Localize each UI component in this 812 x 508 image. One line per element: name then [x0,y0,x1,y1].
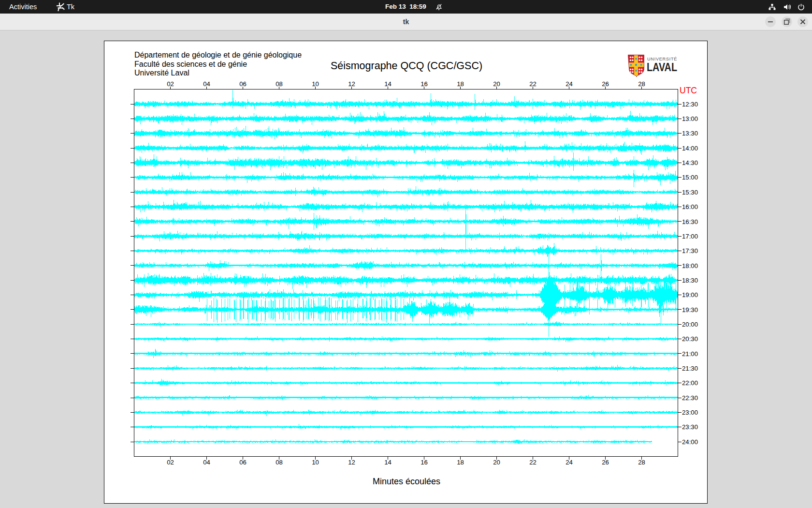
svg-text:04: 04 [203,80,210,88]
svg-text:16:30: 16:30 [682,218,698,225]
svg-text:28: 28 [638,80,645,88]
svg-text:17:00: 17:00 [682,233,698,240]
svg-text:21:00: 21:00 [682,350,698,358]
svg-text:17:30: 17:30 [682,247,698,254]
svg-text:24:00: 24:00 [682,438,698,446]
svg-text:14:00: 14:00 [682,145,698,152]
svg-text:15:00: 15:00 [682,174,698,181]
svg-text:26: 26 [602,80,609,88]
svg-text:Faculté des sciences et de gén: Faculté des sciences et de génie [134,60,247,68]
svg-text:20: 20 [493,459,500,466]
svg-text:10: 10 [312,80,319,88]
svg-text:22: 22 [529,459,536,466]
svg-text:Université Laval: Université Laval [134,69,189,77]
svg-text:14:30: 14:30 [682,159,698,166]
svg-text:19:00: 19:00 [682,291,698,299]
svg-text:20: 20 [493,80,500,88]
svg-text:UTC: UTC [680,86,697,95]
svg-text:22:00: 22:00 [682,379,698,387]
svg-text:23:30: 23:30 [682,423,698,431]
svg-text:LAVAL: LAVAL [647,60,677,74]
svg-text:02: 02 [167,459,174,466]
svg-text:19:30: 19:30 [682,306,698,314]
svg-text:16: 16 [420,459,428,466]
svg-text:08: 08 [276,459,283,466]
svg-text:21:30: 21:30 [682,365,698,372]
svg-text:18: 18 [457,80,464,88]
svg-text:Minutes écoulées: Minutes écoulées [373,477,440,486]
svg-text:18: 18 [457,459,464,466]
svg-text:15:30: 15:30 [682,189,698,196]
svg-text:12:30: 12:30 [682,101,698,108]
svg-text:28: 28 [638,459,645,466]
svg-text:10: 10 [312,459,319,466]
svg-text:Département de géologie et de: Département de géologie et de génie géol… [134,51,302,59]
svg-text:16: 16 [420,80,428,88]
svg-text:02: 02 [167,80,174,88]
svg-text:18:00: 18:00 [682,262,698,269]
svg-text:26: 26 [602,459,609,466]
svg-text:Séismographe QCQ (CGC/GSC): Séismographe QCQ (CGC/GSC) [331,60,482,72]
svg-text:14: 14 [384,459,392,466]
svg-text:06: 06 [239,459,246,466]
svg-text:12: 12 [348,459,355,466]
svg-text:23:00: 23:00 [682,409,698,416]
svg-text:24: 24 [566,459,573,466]
svg-text:22: 22 [529,80,536,88]
svg-text:08: 08 [276,80,283,88]
svg-text:16:00: 16:00 [682,203,698,210]
svg-text:20:00: 20:00 [682,321,698,328]
svg-text:12: 12 [348,80,355,88]
svg-text:20:30: 20:30 [682,335,698,343]
svg-text:04: 04 [203,459,210,466]
svg-text:06: 06 [239,80,246,88]
svg-text:14: 14 [384,80,392,88]
svg-text:22:30: 22:30 [682,394,698,402]
svg-text:13:30: 13:30 [682,130,698,137]
svg-text:13:00: 13:00 [682,115,698,122]
svg-text:18:30: 18:30 [682,277,698,284]
svg-text:24: 24 [566,80,573,88]
